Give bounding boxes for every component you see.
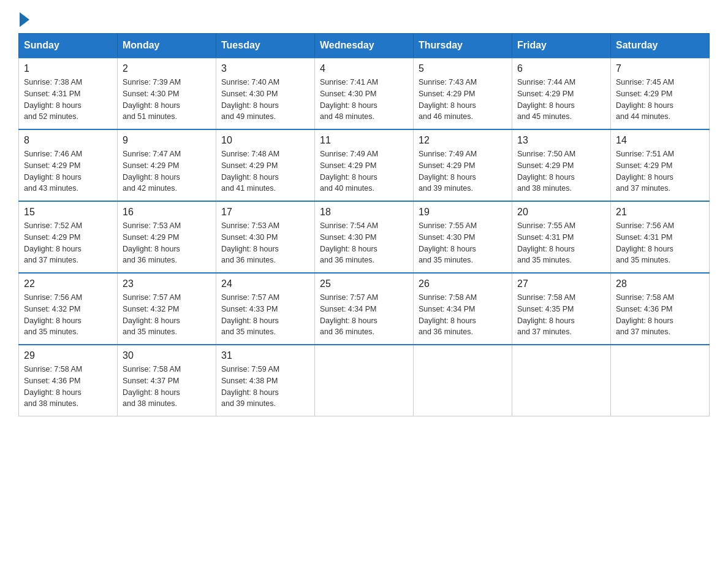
calendar-week-row: 8 Sunrise: 7:46 AMSunset: 4:29 PMDayligh… (19, 129, 710, 201)
day-info: Sunrise: 7:48 AMSunset: 4:29 PMDaylight:… (221, 148, 309, 194)
day-number: 29 (24, 350, 112, 361)
day-info: Sunrise: 7:57 AMSunset: 4:34 PMDaylight:… (320, 292, 408, 338)
calendar-day-cell: 15 Sunrise: 7:52 AMSunset: 4:29 PMDaylig… (19, 201, 118, 273)
day-number: 12 (419, 135, 507, 146)
calendar-day-cell: 9 Sunrise: 7:47 AMSunset: 4:29 PMDayligh… (118, 129, 216, 201)
calendar-day-cell: 21 Sunrise: 7:56 AMSunset: 4:31 PMDaylig… (611, 201, 710, 273)
calendar-day-cell: 4 Sunrise: 7:41 AMSunset: 4:30 PMDayligh… (315, 58, 414, 129)
day-info: Sunrise: 7:56 AMSunset: 4:32 PMDaylight:… (24, 292, 112, 338)
day-number: 9 (123, 135, 211, 146)
day-number: 30 (123, 350, 211, 361)
calendar-day-cell: 30 Sunrise: 7:58 AMSunset: 4:37 PMDaylig… (118, 345, 216, 416)
day-info: Sunrise: 7:50 AMSunset: 4:29 PMDaylight:… (517, 148, 605, 194)
calendar-day-cell: 28 Sunrise: 7:58 AMSunset: 4:36 PMDaylig… (611, 273, 710, 345)
logo-arrow-icon (20, 12, 29, 27)
day-number: 11 (320, 135, 408, 146)
day-info: Sunrise: 7:39 AMSunset: 4:30 PMDaylight:… (123, 77, 211, 123)
day-info: Sunrise: 7:53 AMSunset: 4:29 PMDaylight:… (123, 220, 211, 266)
calendar-day-cell: 25 Sunrise: 7:57 AMSunset: 4:34 PMDaylig… (315, 273, 414, 345)
day-info: Sunrise: 7:58 AMSunset: 4:35 PMDaylight:… (517, 292, 605, 338)
weekday-header-saturday: Saturday (611, 34, 710, 58)
day-info: Sunrise: 7:57 AMSunset: 4:33 PMDaylight:… (221, 292, 309, 338)
day-info: Sunrise: 7:57 AMSunset: 4:32 PMDaylight:… (123, 292, 211, 338)
day-info: Sunrise: 7:59 AMSunset: 4:38 PMDaylight:… (221, 364, 309, 410)
day-info: Sunrise: 7:40 AMSunset: 4:30 PMDaylight:… (221, 77, 309, 123)
day-info: Sunrise: 7:51 AMSunset: 4:29 PMDaylight:… (616, 148, 704, 194)
logo (18, 12, 29, 27)
day-number: 10 (221, 135, 309, 146)
calendar-day-cell: 17 Sunrise: 7:53 AMSunset: 4:30 PMDaylig… (216, 201, 315, 273)
day-info: Sunrise: 7:56 AMSunset: 4:31 PMDaylight:… (616, 220, 704, 266)
weekday-header-thursday: Thursday (414, 34, 512, 58)
calendar-day-cell: 2 Sunrise: 7:39 AMSunset: 4:30 PMDayligh… (118, 58, 216, 129)
calendar-week-row: 15 Sunrise: 7:52 AMSunset: 4:29 PMDaylig… (19, 201, 710, 273)
calendar-week-row: 1 Sunrise: 7:38 AMSunset: 4:31 PMDayligh… (19, 58, 710, 129)
day-info: Sunrise: 7:38 AMSunset: 4:31 PMDaylight:… (24, 77, 112, 123)
day-number: 26 (419, 278, 507, 289)
empty-cell (414, 345, 512, 416)
calendar-day-cell: 27 Sunrise: 7:58 AMSunset: 4:35 PMDaylig… (512, 273, 611, 345)
day-number: 23 (123, 278, 211, 289)
day-number: 27 (517, 278, 605, 289)
calendar-day-cell: 14 Sunrise: 7:51 AMSunset: 4:29 PMDaylig… (611, 129, 710, 201)
day-number: 1 (24, 63, 112, 74)
calendar-day-cell: 26 Sunrise: 7:58 AMSunset: 4:34 PMDaylig… (414, 273, 512, 345)
calendar-day-cell: 1 Sunrise: 7:38 AMSunset: 4:31 PMDayligh… (19, 58, 118, 129)
calendar-day-cell: 10 Sunrise: 7:48 AMSunset: 4:29 PMDaylig… (216, 129, 315, 201)
day-info: Sunrise: 7:52 AMSunset: 4:29 PMDaylight:… (24, 220, 112, 266)
day-number: 18 (320, 207, 408, 218)
day-number: 21 (616, 207, 704, 218)
day-number: 28 (616, 278, 704, 289)
day-number: 2 (123, 63, 211, 74)
day-info: Sunrise: 7:47 AMSunset: 4:29 PMDaylight:… (123, 148, 211, 194)
calendar-day-cell: 18 Sunrise: 7:54 AMSunset: 4:30 PMDaylig… (315, 201, 414, 273)
day-number: 3 (221, 63, 309, 74)
calendar-week-row: 29 Sunrise: 7:58 AMSunset: 4:36 PMDaylig… (19, 345, 710, 416)
day-number: 17 (221, 207, 309, 218)
day-number: 5 (419, 63, 507, 74)
weekday-header-monday: Monday (118, 34, 216, 58)
page-header (18, 12, 710, 27)
day-number: 22 (24, 278, 112, 289)
calendar-day-cell: 8 Sunrise: 7:46 AMSunset: 4:29 PMDayligh… (19, 129, 118, 201)
day-number: 14 (616, 135, 704, 146)
day-number: 4 (320, 63, 408, 74)
day-info: Sunrise: 7:55 AMSunset: 4:30 PMDaylight:… (419, 220, 507, 266)
calendar-day-cell: 19 Sunrise: 7:55 AMSunset: 4:30 PMDaylig… (414, 201, 512, 273)
calendar-day-cell: 13 Sunrise: 7:50 AMSunset: 4:29 PMDaylig… (512, 129, 611, 201)
calendar-day-cell: 6 Sunrise: 7:44 AMSunset: 4:29 PMDayligh… (512, 58, 611, 129)
day-info: Sunrise: 7:58 AMSunset: 4:34 PMDaylight:… (419, 292, 507, 338)
day-info: Sunrise: 7:58 AMSunset: 4:36 PMDaylight:… (24, 364, 112, 410)
empty-cell (611, 345, 710, 416)
day-info: Sunrise: 7:53 AMSunset: 4:30 PMDaylight:… (221, 220, 309, 266)
weekday-header-wednesday: Wednesday (315, 34, 414, 58)
calendar-day-cell: 29 Sunrise: 7:58 AMSunset: 4:36 PMDaylig… (19, 345, 118, 416)
day-info: Sunrise: 7:58 AMSunset: 4:36 PMDaylight:… (616, 292, 704, 338)
day-number: 20 (517, 207, 605, 218)
day-number: 16 (123, 207, 211, 218)
calendar-week-row: 22 Sunrise: 7:56 AMSunset: 4:32 PMDaylig… (19, 273, 710, 345)
day-info: Sunrise: 7:49 AMSunset: 4:29 PMDaylight:… (419, 148, 507, 194)
weekday-header-sunday: Sunday (19, 34, 118, 58)
calendar-day-cell: 11 Sunrise: 7:49 AMSunset: 4:29 PMDaylig… (315, 129, 414, 201)
day-number: 15 (24, 207, 112, 218)
calendar-day-cell: 24 Sunrise: 7:57 AMSunset: 4:33 PMDaylig… (216, 273, 315, 345)
day-number: 25 (320, 278, 408, 289)
calendar-day-cell: 23 Sunrise: 7:57 AMSunset: 4:32 PMDaylig… (118, 273, 216, 345)
calendar-day-cell: 16 Sunrise: 7:53 AMSunset: 4:29 PMDaylig… (118, 201, 216, 273)
day-info: Sunrise: 7:45 AMSunset: 4:29 PMDaylight:… (616, 77, 704, 123)
weekday-header-row: SundayMondayTuesdayWednesdayThursdayFrid… (19, 34, 710, 58)
day-info: Sunrise: 7:43 AMSunset: 4:29 PMDaylight:… (419, 77, 507, 123)
calendar-day-cell: 31 Sunrise: 7:59 AMSunset: 4:38 PMDaylig… (216, 345, 315, 416)
calendar-day-cell: 20 Sunrise: 7:55 AMSunset: 4:31 PMDaylig… (512, 201, 611, 273)
day-number: 31 (221, 350, 309, 361)
calendar-table: SundayMondayTuesdayWednesdayThursdayFrid… (18, 33, 710, 416)
calendar-day-cell: 12 Sunrise: 7:49 AMSunset: 4:29 PMDaylig… (414, 129, 512, 201)
day-number: 8 (24, 135, 112, 146)
day-info: Sunrise: 7:46 AMSunset: 4:29 PMDaylight:… (24, 148, 112, 194)
day-number: 6 (517, 63, 605, 74)
weekday-header-friday: Friday (512, 34, 611, 58)
weekday-header-tuesday: Tuesday (216, 34, 315, 58)
calendar-day-cell: 7 Sunrise: 7:45 AMSunset: 4:29 PMDayligh… (611, 58, 710, 129)
day-number: 24 (221, 278, 309, 289)
